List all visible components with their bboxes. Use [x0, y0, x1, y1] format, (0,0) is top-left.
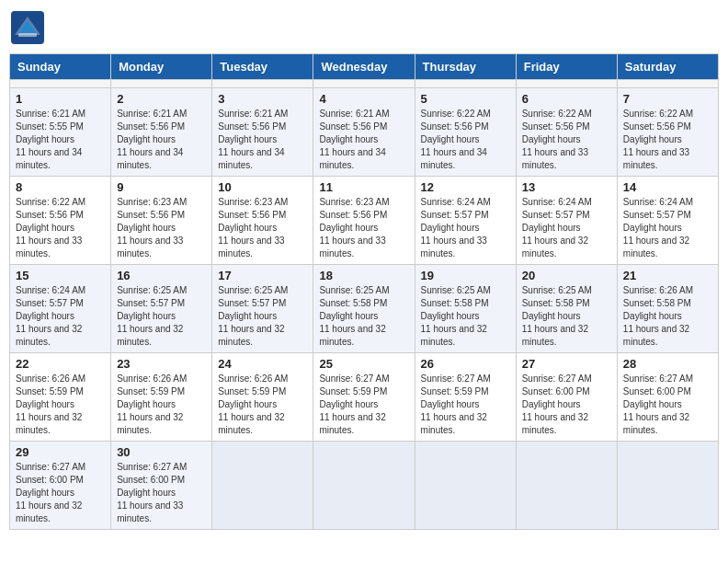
day-info: Sunrise: 6:22 AMSunset: 5:56 PMDaylight …	[421, 108, 510, 172]
day-number: 5	[421, 92, 510, 106]
calendar-cell: 27Sunrise: 6:27 AMSunset: 6:00 PMDayligh…	[516, 353, 617, 442]
calendar-cell	[516, 80, 617, 88]
day-number: 1	[16, 92, 105, 106]
calendar-cell	[212, 442, 313, 530]
day-info: Sunrise: 6:22 AMSunset: 5:56 PMDaylight …	[623, 108, 712, 172]
day-number: 25	[319, 357, 408, 371]
calendar-cell: 9Sunrise: 6:23 AMSunset: 5:56 PMDaylight…	[111, 177, 212, 265]
calendar-cell: 12Sunrise: 6:24 AMSunset: 5:57 PMDayligh…	[415, 177, 516, 265]
day-info: Sunrise: 6:21 AMSunset: 5:56 PMDaylight …	[319, 108, 408, 172]
day-number: 12	[421, 180, 510, 194]
day-info: Sunrise: 6:25 AMSunset: 5:57 PMDaylight …	[117, 284, 206, 349]
day-info: Sunrise: 6:22 AMSunset: 5:56 PMDaylight …	[522, 108, 611, 172]
week-row-2: 8Sunrise: 6:22 AMSunset: 5:56 PMDaylight…	[10, 177, 719, 265]
calendar-cell: 25Sunrise: 6:27 AMSunset: 5:59 PMDayligh…	[313, 353, 415, 442]
calendar-cell: 22Sunrise: 6:26 AMSunset: 5:59 PMDayligh…	[10, 353, 111, 442]
day-info: Sunrise: 6:25 AMSunset: 5:58 PMDaylight …	[319, 284, 408, 349]
day-info: Sunrise: 6:26 AMSunset: 5:59 PMDaylight …	[117, 373, 206, 437]
day-info: Sunrise: 6:27 AMSunset: 6:00 PMDaylight …	[117, 461, 206, 525]
day-info: Sunrise: 6:24 AMSunset: 5:57 PMDaylight …	[623, 196, 712, 260]
day-info: Sunrise: 6:24 AMSunset: 5:57 PMDaylight …	[16, 284, 105, 349]
day-info: Sunrise: 6:27 AMSunset: 5:59 PMDaylight …	[319, 373, 408, 437]
calendar-cell: 2Sunrise: 6:21 AMSunset: 5:56 PMDaylight…	[111, 88, 212, 177]
day-header-thursday: Thursday	[415, 54, 516, 80]
calendar: SundayMondayTuesdayWednesdayThursdayFrid…	[9, 53, 719, 530]
calendar-cell	[415, 80, 516, 88]
calendar-cell: 8Sunrise: 6:22 AMSunset: 5:56 PMDaylight…	[10, 177, 111, 265]
day-header-friday: Friday	[516, 54, 617, 80]
day-number: 8	[16, 180, 105, 194]
day-number: 10	[218, 180, 307, 194]
calendar-cell: 18Sunrise: 6:25 AMSunset: 5:58 PMDayligh…	[313, 265, 415, 353]
day-info: Sunrise: 6:21 AMSunset: 5:55 PMDaylight …	[16, 108, 105, 172]
calendar-cell	[516, 442, 617, 530]
day-info: Sunrise: 6:23 AMSunset: 5:56 PMDaylight …	[218, 196, 307, 260]
calendar-cell: 5Sunrise: 6:22 AMSunset: 5:56 PMDaylight…	[415, 88, 516, 177]
day-info: Sunrise: 6:25 AMSunset: 5:58 PMDaylight …	[522, 284, 611, 349]
day-info: Sunrise: 6:21 AMSunset: 5:56 PMDaylight …	[117, 108, 206, 172]
calendar-cell: 1Sunrise: 6:21 AMSunset: 5:55 PMDaylight…	[10, 88, 111, 177]
day-number: 2	[117, 92, 206, 106]
day-info: Sunrise: 6:23 AMSunset: 5:56 PMDaylight …	[117, 196, 206, 260]
day-number: 28	[623, 357, 712, 371]
calendar-cell: 19Sunrise: 6:25 AMSunset: 5:58 PMDayligh…	[415, 265, 516, 353]
calendar-cell: 24Sunrise: 6:26 AMSunset: 5:59 PMDayligh…	[212, 353, 313, 442]
logo-icon	[9, 9, 46, 46]
day-info: Sunrise: 6:26 AMSunset: 5:59 PMDaylight …	[16, 373, 105, 437]
calendar-cell	[313, 442, 415, 530]
day-number: 20	[522, 269, 611, 282]
day-number: 18	[319, 269, 408, 282]
day-number: 3	[218, 92, 307, 106]
day-number: 4	[319, 92, 408, 106]
day-number: 7	[623, 92, 712, 106]
day-number: 14	[623, 180, 712, 194]
calendar-cell: 17Sunrise: 6:25 AMSunset: 5:57 PMDayligh…	[212, 265, 313, 353]
calendar-cell	[313, 80, 415, 88]
calendar-cell: 13Sunrise: 6:24 AMSunset: 5:57 PMDayligh…	[516, 177, 617, 265]
calendar-cell: 20Sunrise: 6:25 AMSunset: 5:58 PMDayligh…	[516, 265, 617, 353]
day-info: Sunrise: 6:21 AMSunset: 5:56 PMDaylight …	[218, 108, 307, 172]
calendar-cell	[212, 80, 313, 88]
logo	[9, 9, 50, 46]
day-number: 22	[16, 357, 105, 371]
day-info: Sunrise: 6:25 AMSunset: 5:57 PMDaylight …	[218, 284, 307, 349]
day-header-wednesday: Wednesday	[313, 54, 415, 80]
calendar-cell: 10Sunrise: 6:23 AMSunset: 5:56 PMDayligh…	[212, 177, 313, 265]
day-number: 23	[117, 357, 206, 371]
day-info: Sunrise: 6:23 AMSunset: 5:56 PMDaylight …	[319, 196, 408, 260]
day-header-sunday: Sunday	[10, 54, 111, 80]
day-number: 19	[421, 269, 510, 282]
calendar-cell	[617, 80, 718, 88]
week-row-5: 29Sunrise: 6:27 AMSunset: 6:00 PMDayligh…	[10, 442, 719, 530]
calendar-cell: 28Sunrise: 6:27 AMSunset: 6:00 PMDayligh…	[617, 353, 718, 442]
day-number: 29	[16, 445, 105, 459]
day-number: 21	[623, 269, 712, 282]
day-number: 27	[522, 357, 611, 371]
week-row-0	[10, 80, 719, 88]
calendar-cell: 14Sunrise: 6:24 AMSunset: 5:57 PMDayligh…	[617, 177, 718, 265]
week-row-3: 15Sunrise: 6:24 AMSunset: 5:57 PMDayligh…	[10, 265, 719, 353]
calendar-cell: 29Sunrise: 6:27 AMSunset: 6:00 PMDayligh…	[10, 442, 111, 530]
day-info: Sunrise: 6:24 AMSunset: 5:57 PMDaylight …	[421, 196, 510, 260]
day-info: Sunrise: 6:25 AMSunset: 5:58 PMDaylight …	[421, 284, 510, 349]
day-number: 11	[319, 180, 408, 194]
calendar-cell: 26Sunrise: 6:27 AMSunset: 5:59 PMDayligh…	[415, 353, 516, 442]
day-header-saturday: Saturday	[617, 54, 718, 80]
header	[9, 9, 719, 46]
day-info: Sunrise: 6:27 AMSunset: 6:00 PMDaylight …	[16, 461, 105, 525]
week-row-1: 1Sunrise: 6:21 AMSunset: 5:55 PMDaylight…	[10, 88, 719, 177]
day-number: 9	[117, 180, 206, 194]
calendar-cell	[111, 80, 212, 88]
calendar-cell: 30Sunrise: 6:27 AMSunset: 6:00 PMDayligh…	[111, 442, 212, 530]
day-info: Sunrise: 6:27 AMSunset: 6:00 PMDaylight …	[623, 373, 712, 437]
calendar-cell	[10, 80, 111, 88]
day-number: 13	[522, 180, 611, 194]
day-info: Sunrise: 6:22 AMSunset: 5:56 PMDaylight …	[16, 196, 105, 260]
calendar-cell: 15Sunrise: 6:24 AMSunset: 5:57 PMDayligh…	[10, 265, 111, 353]
day-number: 17	[218, 269, 307, 282]
day-number: 6	[522, 92, 611, 106]
calendar-cell: 11Sunrise: 6:23 AMSunset: 5:56 PMDayligh…	[313, 177, 415, 265]
calendar-cell	[617, 442, 718, 530]
calendar-cell: 21Sunrise: 6:26 AMSunset: 5:58 PMDayligh…	[617, 265, 718, 353]
calendar-cell: 6Sunrise: 6:22 AMSunset: 5:56 PMDaylight…	[516, 88, 617, 177]
